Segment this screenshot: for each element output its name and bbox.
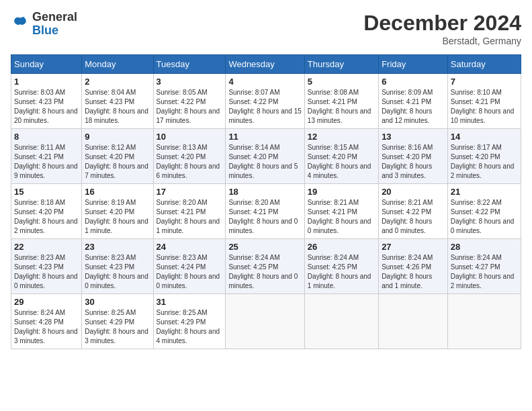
cell-info: Sunrise: 8:07 AMSunset: 4:22 PMDaylight:…	[228, 88, 301, 126]
day-number: 21	[451, 187, 518, 197]
calendar-cell: 1Sunrise: 8:03 AMSunset: 4:23 PMDaylight…	[11, 74, 82, 129]
calendar-cell: 2Sunrise: 8:04 AMSunset: 4:23 PMDaylight…	[82, 74, 153, 129]
calendar-cell: 4Sunrise: 8:07 AMSunset: 4:22 PMDaylight…	[226, 74, 304, 129]
cell-info: Sunrise: 8:21 AMSunset: 4:21 PMDaylight:…	[308, 198, 375, 236]
day-number: 1	[14, 77, 79, 87]
cell-info: Sunrise: 8:24 AMSunset: 4:27 PMDaylight:…	[451, 253, 518, 291]
calendar-week-3: 15Sunrise: 8:18 AMSunset: 4:20 PMDayligh…	[11, 184, 521, 239]
header-sunday: Sunday	[11, 55, 82, 74]
day-number: 12	[308, 132, 375, 142]
calendar-cell: 31Sunrise: 8:25 AMSunset: 4:29 PMDayligh…	[153, 294, 226, 349]
cell-info: Sunrise: 8:10 AMSunset: 4:21 PMDaylight:…	[451, 88, 518, 126]
cell-info: Sunrise: 8:25 AMSunset: 4:29 PMDaylight:…	[157, 308, 223, 346]
day-number: 6	[382, 77, 445, 87]
calendar-week-2: 8Sunrise: 8:11 AMSunset: 4:21 PMDaylight…	[11, 129, 521, 184]
cell-info: Sunrise: 8:24 AMSunset: 4:25 PMDaylight:…	[228, 253, 301, 291]
calendar-cell: 11Sunrise: 8:14 AMSunset: 4:20 PMDayligh…	[226, 129, 304, 184]
calendar-cell: 15Sunrise: 8:18 AMSunset: 4:20 PMDayligh…	[11, 184, 82, 239]
calendar-cell: 24Sunrise: 8:23 AMSunset: 4:24 PMDayligh…	[153, 239, 226, 294]
calendar-cell	[304, 294, 378, 349]
day-number: 19	[308, 187, 375, 197]
day-number: 23	[85, 242, 150, 252]
cell-info: Sunrise: 8:17 AMSunset: 4:20 PMDaylight:…	[451, 143, 518, 181]
calendar-cell: 7Sunrise: 8:10 AMSunset: 4:21 PMDaylight…	[447, 74, 521, 129]
header-thursday: Thursday	[304, 55, 378, 74]
calendar-cell: 28Sunrise: 8:24 AMSunset: 4:27 PMDayligh…	[447, 239, 521, 294]
page-header: General Blue December 2024 Berstadt, Ger…	[11, 11, 521, 46]
day-number: 14	[451, 132, 518, 142]
day-number: 22	[14, 242, 79, 252]
cell-info: Sunrise: 8:03 AMSunset: 4:23 PMDaylight:…	[14, 88, 79, 126]
cell-info: Sunrise: 8:12 AMSunset: 4:20 PMDaylight:…	[85, 143, 150, 181]
location-subtitle: Berstadt, Germany	[363, 36, 521, 46]
day-number: 3	[157, 77, 223, 87]
day-number: 9	[85, 132, 150, 142]
calendar-week-5: 29Sunrise: 8:24 AMSunset: 4:28 PMDayligh…	[11, 294, 521, 349]
header-friday: Friday	[379, 55, 448, 74]
calendar-cell: 19Sunrise: 8:21 AMSunset: 4:21 PMDayligh…	[304, 184, 378, 239]
day-number: 27	[382, 242, 445, 252]
cell-info: Sunrise: 8:21 AMSunset: 4:22 PMDaylight:…	[382, 198, 445, 236]
logo-blue-text: Blue	[32, 24, 58, 37]
day-number: 31	[157, 297, 223, 307]
day-number: 18	[228, 187, 301, 197]
header-monday: Monday	[82, 55, 153, 74]
cell-info: Sunrise: 8:23 AMSunset: 4:23 PMDaylight:…	[85, 253, 150, 291]
cell-info: Sunrise: 8:13 AMSunset: 4:20 PMDaylight:…	[157, 143, 223, 181]
cell-info: Sunrise: 8:20 AMSunset: 4:21 PMDaylight:…	[157, 198, 223, 236]
cell-info: Sunrise: 8:14 AMSunset: 4:20 PMDaylight:…	[228, 143, 301, 181]
calendar-week-4: 22Sunrise: 8:23 AMSunset: 4:23 PMDayligh…	[11, 239, 521, 294]
day-number: 8	[14, 132, 79, 142]
cell-info: Sunrise: 8:25 AMSunset: 4:29 PMDaylight:…	[85, 308, 150, 346]
calendar-cell: 14Sunrise: 8:17 AMSunset: 4:20 PMDayligh…	[447, 129, 521, 184]
header-saturday: Saturday	[447, 55, 521, 74]
cell-info: Sunrise: 8:19 AMSunset: 4:20 PMDaylight:…	[85, 198, 150, 236]
cell-info: Sunrise: 8:05 AMSunset: 4:22 PMDaylight:…	[157, 88, 223, 126]
calendar-cell: 29Sunrise: 8:24 AMSunset: 4:28 PMDayligh…	[11, 294, 82, 349]
calendar-week-1: 1Sunrise: 8:03 AMSunset: 4:23 PMDaylight…	[11, 74, 521, 129]
calendar-cell	[447, 294, 521, 349]
cell-info: Sunrise: 8:24 AMSunset: 4:26 PMDaylight:…	[382, 253, 445, 291]
cell-info: Sunrise: 8:08 AMSunset: 4:21 PMDaylight:…	[308, 88, 375, 126]
calendar-cell: 17Sunrise: 8:20 AMSunset: 4:21 PMDayligh…	[153, 184, 226, 239]
header-tuesday: Tuesday	[153, 55, 226, 74]
cell-info: Sunrise: 8:20 AMSunset: 4:21 PMDaylight:…	[228, 198, 301, 236]
calendar-cell: 21Sunrise: 8:22 AMSunset: 4:22 PMDayligh…	[447, 184, 521, 239]
day-number: 10	[157, 132, 223, 142]
day-number: 16	[85, 187, 150, 197]
cell-info: Sunrise: 8:23 AMSunset: 4:23 PMDaylight:…	[14, 253, 79, 291]
logo-general-text: General	[32, 10, 77, 24]
calendar-cell: 20Sunrise: 8:21 AMSunset: 4:22 PMDayligh…	[379, 184, 448, 239]
calendar-cell	[379, 294, 448, 349]
cell-info: Sunrise: 8:23 AMSunset: 4:24 PMDaylight:…	[157, 253, 223, 291]
day-number: 11	[228, 132, 301, 142]
calendar-table: SundayMondayTuesdayWednesdayThursdayFrid…	[11, 54, 521, 349]
calendar-cell: 27Sunrise: 8:24 AMSunset: 4:26 PMDayligh…	[379, 239, 448, 294]
calendar-cell: 3Sunrise: 8:05 AMSunset: 4:22 PMDaylight…	[153, 74, 226, 129]
calendar-cell: 18Sunrise: 8:20 AMSunset: 4:21 PMDayligh…	[226, 184, 304, 239]
calendar-cell: 12Sunrise: 8:15 AMSunset: 4:20 PMDayligh…	[304, 129, 378, 184]
header-wednesday: Wednesday	[226, 55, 304, 74]
month-year-title: December 2024	[363, 11, 521, 36]
calendar-cell: 16Sunrise: 8:19 AMSunset: 4:20 PMDayligh…	[82, 184, 153, 239]
cell-info: Sunrise: 8:11 AMSunset: 4:21 PMDaylight:…	[14, 143, 79, 181]
calendar-cell: 6Sunrise: 8:09 AMSunset: 4:21 PMDaylight…	[379, 74, 448, 129]
day-number: 13	[382, 132, 445, 142]
calendar-cell: 13Sunrise: 8:16 AMSunset: 4:20 PMDayligh…	[379, 129, 448, 184]
day-number: 25	[228, 242, 301, 252]
calendar-cell: 30Sunrise: 8:25 AMSunset: 4:29 PMDayligh…	[82, 294, 153, 349]
calendar-cell: 5Sunrise: 8:08 AMSunset: 4:21 PMDaylight…	[304, 74, 378, 129]
calendar-cell: 22Sunrise: 8:23 AMSunset: 4:23 PMDayligh…	[11, 239, 82, 294]
day-number: 15	[14, 187, 79, 197]
calendar-cell: 23Sunrise: 8:23 AMSunset: 4:23 PMDayligh…	[82, 239, 153, 294]
cell-info: Sunrise: 8:15 AMSunset: 4:20 PMDaylight:…	[308, 143, 375, 181]
day-number: 4	[228, 77, 301, 87]
day-number: 24	[157, 242, 223, 252]
cell-info: Sunrise: 8:24 AMSunset: 4:28 PMDaylight:…	[14, 308, 79, 346]
title-block: December 2024 Berstadt, Germany	[363, 11, 521, 46]
logo-bird-icon	[11, 15, 30, 34]
day-number: 26	[308, 242, 375, 252]
day-number: 28	[451, 242, 518, 252]
day-number: 20	[382, 187, 445, 197]
calendar-header-row: SundayMondayTuesdayWednesdayThursdayFrid…	[11, 55, 521, 74]
